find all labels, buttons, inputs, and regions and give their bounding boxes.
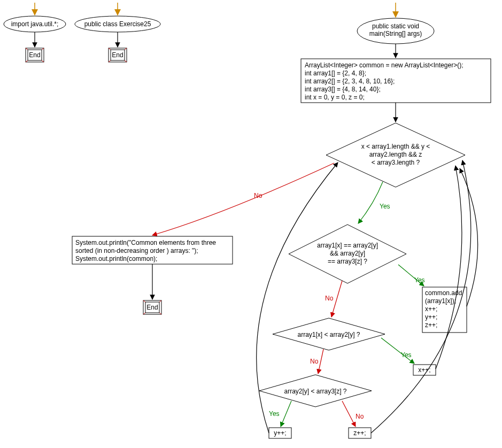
main-init-l1: ArrayList<Integer> common = new ArrayLis…	[305, 61, 463, 69]
main-method-text-1: public static void	[372, 22, 419, 30]
main-init-l5: int x = 0, y = 0, z = 0;	[305, 94, 365, 101]
cond4-yes-edge	[281, 401, 291, 427]
main-cond2-l3: == array3[z] ?	[328, 258, 367, 265]
main-end: End	[143, 300, 161, 314]
cond4-no-edge	[342, 401, 356, 427]
flow1-ellipse-text: import java.util.*;	[11, 20, 59, 28]
main-method-text-2: main(String[] args)	[369, 30, 422, 37]
main-xpp-text: x++;	[418, 366, 430, 374]
cond2-no-label: No	[325, 295, 334, 302]
main-cond4-text: array2[y] < array3[z] ?	[284, 388, 346, 395]
flow2-ellipse-text: public class Exercise25	[84, 20, 151, 28]
main-commonadd-l5: z++;	[425, 321, 437, 329]
cond1-no-edge	[152, 163, 334, 235]
flow1-end-text: End	[29, 51, 40, 59]
flow2-group: public class Exercise25 End	[75, 3, 160, 62]
cond4-no-label: No	[356, 413, 364, 420]
main-init-l4: int array3[] = {4, 8, 14, 40};	[305, 86, 381, 93]
main-cond2-l1: array1[x] == array2[y]	[317, 242, 378, 249]
flowchart-canvas: import java.util.*; End public class Exe…	[0, 0, 502, 448]
main-print-l2: sorted (in non-decreasing order ) arrays…	[75, 247, 198, 254]
cond3-yes-edge	[381, 338, 414, 364]
main-end-text: End	[146, 304, 158, 311]
main-zpp-text: z++;	[353, 429, 366, 437]
cond3-no-edge	[318, 349, 323, 374]
flow1-end: End	[26, 48, 44, 62]
main-cond1-l2: array2.length && z	[369, 151, 422, 158]
flow1-group: import java.util.*; End	[4, 3, 66, 62]
main-print-l1: System.out.println("Common elements from…	[75, 239, 216, 246]
main-commonadd-l2: (array1[x]);	[425, 297, 456, 305]
main-ypp-text: y++;	[274, 429, 286, 437]
cond3-yes-label: Yes	[401, 351, 412, 359]
flow2-end: End	[109, 48, 127, 62]
main-cond1-l3: < array3.length ?	[372, 159, 420, 166]
cond1-no-label: No	[254, 192, 262, 199]
cond1-yes-label: Yes	[380, 203, 390, 210]
flow2-end-text: End	[112, 51, 123, 59]
main-commonadd-l4: y++;	[425, 313, 437, 321]
main-init-l2: int array1[] = {2, 4, 8};	[305, 69, 366, 77]
main-print-l3: System.out.println(common);	[75, 255, 157, 262]
main-cond3-text: array1[x] < array2[y] ?	[297, 331, 360, 338]
xpp-loop-edge	[436, 166, 462, 369]
main-flow-group: public static void main(String[] args) A…	[72, 3, 491, 438]
commonadd-loop-edge	[460, 168, 478, 306]
main-cond1-l1: x < array1.length && y <	[361, 143, 430, 150]
main-cond2-l2: && array2[y]	[330, 250, 365, 257]
cond2-yes-label: Yes	[414, 276, 425, 284]
cond4-yes-label: Yes	[269, 410, 280, 418]
main-init-l3: int array2[] = {2, 3, 4, 8, 10, 16};	[305, 78, 395, 85]
cond3-no-label: No	[310, 358, 319, 365]
main-commonadd-l3: x++;	[425, 305, 437, 313]
